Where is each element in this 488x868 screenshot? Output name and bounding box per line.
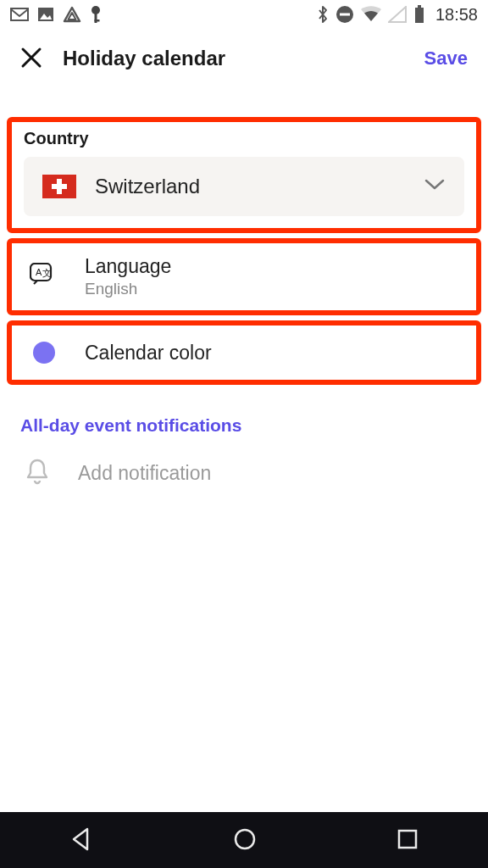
nav-back-button[interactable] xyxy=(43,818,119,863)
svg-rect-4 xyxy=(95,19,100,22)
drive-icon xyxy=(63,6,81,23)
country-selected: Switzerland xyxy=(95,175,405,198)
svg-point-12 xyxy=(236,830,254,849)
nav-home-button[interactable] xyxy=(207,818,283,863)
flag-switzerland-icon xyxy=(42,175,76,198)
calendar-color-label: Calendar color xyxy=(85,342,212,364)
add-notification-row[interactable]: Add notification xyxy=(0,446,488,500)
app-bar: Holiday calendar Save xyxy=(0,29,488,88)
back-icon xyxy=(69,842,94,854)
country-label: Country xyxy=(24,129,464,148)
svg-rect-13 xyxy=(399,831,416,848)
language-label: Language xyxy=(85,255,171,278)
photos-icon xyxy=(37,7,54,22)
home-icon xyxy=(232,842,258,854)
language-value: English xyxy=(85,280,171,298)
save-button[interactable]: Save xyxy=(424,47,468,70)
key-icon xyxy=(90,5,102,24)
svg-point-2 xyxy=(92,6,100,14)
nav-recent-button[interactable] xyxy=(370,819,445,862)
close-icon xyxy=(20,58,42,71)
status-clock: 18:58 xyxy=(435,5,478,25)
dnd-icon xyxy=(336,5,354,24)
svg-text:A: A xyxy=(36,267,42,277)
status-bar: 18:58 xyxy=(0,0,488,29)
color-swatch-icon xyxy=(33,342,55,364)
add-notification-label: Add notification xyxy=(78,462,211,485)
wifi-icon xyxy=(361,6,381,23)
notifications-heading: All-day event notifications xyxy=(0,390,488,446)
android-nav-bar xyxy=(0,812,488,868)
language-row[interactable]: A文 Language English xyxy=(7,238,481,315)
cell-signal-icon xyxy=(388,6,407,23)
bell-icon xyxy=(25,458,50,488)
svg-rect-6 xyxy=(340,14,350,16)
country-section: Country Switzerland xyxy=(7,117,481,233)
country-dropdown[interactable]: Switzerland xyxy=(24,157,464,216)
recent-icon xyxy=(396,841,419,854)
translate-icon: A文 xyxy=(30,263,58,292)
close-button[interactable] xyxy=(20,47,42,71)
bluetooth-icon xyxy=(317,5,329,24)
page-title: Holiday calendar xyxy=(63,47,404,70)
gmail-icon xyxy=(10,8,29,21)
svg-rect-7 xyxy=(415,8,424,23)
calendar-color-row[interactable]: Calendar color xyxy=(7,320,481,385)
chevron-down-icon xyxy=(424,178,446,195)
svg-rect-8 xyxy=(418,5,421,8)
battery-icon xyxy=(413,5,425,24)
svg-text:文: 文 xyxy=(42,268,52,278)
